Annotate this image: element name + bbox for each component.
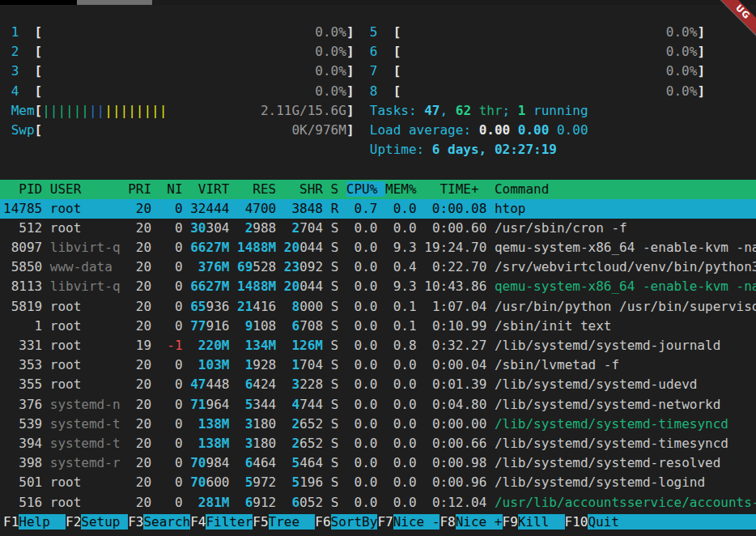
meter-close-bracket: ] xyxy=(697,24,705,40)
fkey-nice-[interactable]: F8Nice + xyxy=(440,514,502,530)
column-header-mem[interactable]: MEM% xyxy=(385,181,424,197)
process-row-8113[interactable]: 8113 libvirt-q 20 0 6627M 1488M 20044 S … xyxy=(0,277,756,296)
fkey-label: Setup xyxy=(81,514,128,530)
column-header-cpu[interactable]: CPU% xyxy=(346,181,385,197)
fkey-nice-[interactable]: F7Nice - xyxy=(377,514,440,530)
process-row-512[interactable]: 512 root 20 0 30304 2988 2704 S 0.0 0.0 … xyxy=(0,219,756,238)
cell-pad xyxy=(229,357,244,372)
process-row-5819[interactable]: 5819 root 20 0 65936 21416 8000 S 0.0 0.… xyxy=(0,297,756,317)
process-row-355[interactable]: 355 root 20 0 47448 6424 3228 S 0.0 0.0 … xyxy=(0,375,756,394)
meter-fill xyxy=(42,63,315,79)
process-row-539[interactable]: 539 systemd-t 20 0 138M 3180 2652 S 0.0 … xyxy=(0,415,756,434)
tasks-summary-segment: 47 xyxy=(424,103,440,118)
swap-meter: Swp[ 0K/976M] xyxy=(11,122,355,138)
cell-user: libvirt-q xyxy=(50,240,121,255)
column-header-user[interactable]: USER xyxy=(50,181,128,197)
process-row-376[interactable]: 376 systemd-n 20 0 71964 5344 4744 S 0.0… xyxy=(0,395,756,415)
column-header-res[interactable]: RES xyxy=(237,181,284,197)
cell-pri: 20 xyxy=(121,318,159,334)
cell-mem-hi: 1488M xyxy=(237,240,276,255)
fkey-label: Kill xyxy=(518,514,565,530)
cell-mem-hi: 30 xyxy=(190,220,206,236)
cell-state: S xyxy=(323,299,338,314)
cell-stats: 0.0 0.1 0:10.99 xyxy=(338,318,495,334)
column-header-pid[interactable]: PID xyxy=(3,181,50,197)
fkey-kill[interactable]: F9Kill xyxy=(503,514,565,530)
cell-command: /usr/lib/accountsservice/accounts- xyxy=(495,495,756,510)
cell-pad xyxy=(229,416,244,432)
meter-value: 0.0% xyxy=(315,44,346,59)
cell-pad xyxy=(276,338,291,353)
cell-pad xyxy=(229,376,244,392)
cell-mem-lo: 708 xyxy=(299,318,323,334)
cell-stats: 0.7 0.0 0:00.08 xyxy=(338,201,495,216)
cell-mem-hi: 6 xyxy=(291,495,299,510)
meter-value: 0K/976M xyxy=(291,122,346,138)
load-average-segment xyxy=(510,122,518,138)
process-row-501[interactable]: 501 root 20 0 70600 5972 5196 S 0.0 0.0 … xyxy=(0,473,756,492)
cell-pad xyxy=(276,279,284,294)
cell-mem-lo: 304 xyxy=(206,220,230,236)
cell-stats: 0.0 0.0 0:00.98 xyxy=(338,455,495,470)
meter-caption: 7 xyxy=(370,63,393,79)
process-row-1[interactable]: 1 root 20 0 77916 9108 6708 S 0.0 0.1 0:… xyxy=(0,317,756,336)
cell-state: S xyxy=(323,376,338,392)
fkey-quit[interactable]: F10Quit xyxy=(565,514,756,530)
cell-pad xyxy=(276,318,291,334)
column-header-pri[interactable]: PRI xyxy=(128,181,159,197)
column-header-command[interactable]: Command xyxy=(495,181,756,197)
process-row-394[interactable]: 394 systemd-t 20 0 138M 3180 2652 S 0.0 … xyxy=(0,434,756,453)
cell-mem-hi: 1488M xyxy=(237,279,276,294)
process-row-516[interactable]: 516 root 20 0 281M 6912 6052 S 0.0 0.0 0… xyxy=(0,493,756,513)
text-segment xyxy=(355,24,370,40)
column-header-s[interactable]: S xyxy=(331,181,346,197)
cell-pad xyxy=(276,455,291,470)
cell-pad xyxy=(183,376,191,392)
process-row-14785[interactable]: 14785 root 20 0 32444 4700 3848 R 0.7 0.… xyxy=(0,199,756,219)
cell-user: root xyxy=(50,357,121,372)
memory-meter: Mem[|||||||||||||||| 2.11G/15.6G] xyxy=(11,103,355,118)
process-row-8097[interactable]: 8097 libvirt-q 20 0 6627M 1488M 20044 S … xyxy=(0,238,756,257)
cell-mem-hi: 2 xyxy=(291,416,299,432)
process-row-353[interactable]: 353 root 20 0 103M 1928 1704 S 0.0 0.0 0… xyxy=(0,355,756,375)
cell-pri: 20 xyxy=(121,495,159,510)
text-segment xyxy=(42,416,50,432)
meter-fill xyxy=(167,103,261,118)
cell-pri: 20 xyxy=(121,220,159,236)
column-header-ni[interactable]: NI xyxy=(159,181,191,197)
cell-mem-lo: 32444 xyxy=(190,201,229,216)
cpu-meter-2: 2 [ 0.0%] xyxy=(11,44,355,59)
text-segment xyxy=(355,83,370,99)
column-header-time[interactable]: TIME+ xyxy=(424,181,495,197)
cell-state: S xyxy=(323,220,338,236)
process-row-5850[interactable]: 5850 www-data 20 0 376M 69528 23092 S 0.… xyxy=(0,257,756,277)
column-header-shr[interactable]: SHR xyxy=(284,181,331,197)
process-row-398[interactable]: 398 systemd-r 20 0 70984 6464 5464 S 0.0… xyxy=(0,453,756,473)
fkey-filter[interactable]: F4Filter xyxy=(190,514,253,530)
fkey-label: Nice - xyxy=(393,514,440,530)
cell-mem-hi: 1 xyxy=(245,357,253,372)
fkey-setup[interactable]: F2Setup xyxy=(66,514,128,530)
cell-command: /lib/systemd/systemd-logind xyxy=(495,474,705,490)
cpu-meters-row: 2 [ 0.0%] 6 [ 0.0%] xyxy=(0,42,756,62)
column-header-virt[interactable]: VIRT xyxy=(190,181,237,197)
fkey-tree[interactable]: F5Tree xyxy=(253,514,315,530)
cell-stats: 0.0 0.0 0:00.04 xyxy=(338,357,495,372)
cell-mem-hi: 134M xyxy=(245,338,277,353)
fkey-label: SortBy xyxy=(331,514,378,530)
meter-open-bracket: [ xyxy=(393,44,401,59)
text-segment xyxy=(3,63,11,79)
text-segment xyxy=(42,397,50,412)
fkey-help[interactable]: F1Help xyxy=(3,514,66,530)
fkey-sortby[interactable]: F6SortBy xyxy=(315,514,377,530)
meter-open-bracket: [ xyxy=(35,63,43,79)
cell-state: S xyxy=(323,436,338,451)
cell-pid: 398 xyxy=(3,455,42,470)
cell-mem-hi: 103M xyxy=(198,357,230,372)
cell-user: root xyxy=(50,318,121,334)
tasks-summary-segment: 62 xyxy=(456,103,471,118)
fkey-search[interactable]: F3Search xyxy=(128,514,190,530)
process-row-331[interactable]: 331 root 19 -1 220M 134M 126M S 0.0 0.8 … xyxy=(0,336,756,355)
cell-pad xyxy=(183,259,198,274)
cell-command: /lib/systemd/systemd-resolved xyxy=(495,455,720,470)
